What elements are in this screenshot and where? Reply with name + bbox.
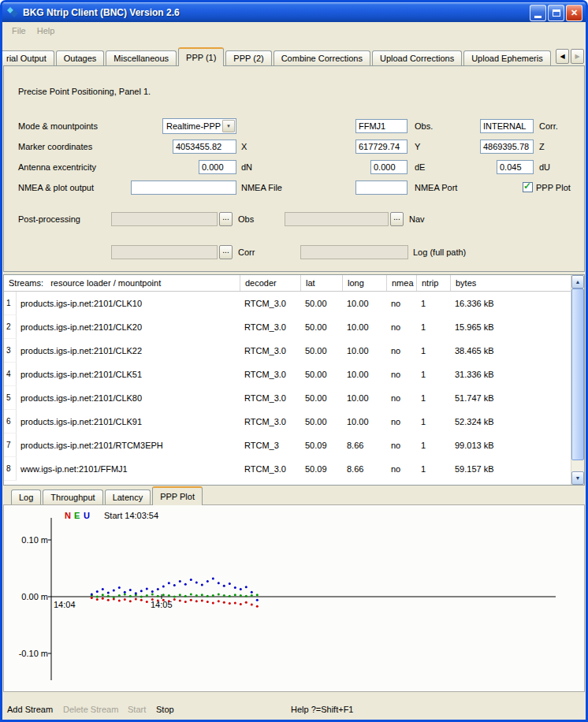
menu-help[interactable]: Help [32,24,61,38]
close-button[interactable]: ✕ [566,5,582,21]
antenna-dn-field[interactable]: 0.000 [199,160,236,174]
marker-x-field[interactable]: 4053455.82 [173,140,236,154]
tab-serial-output[interactable]: rial Output [2,50,54,65]
streams-scrollbar[interactable]: ▲ ▼ [571,275,584,485]
tab-ppp-1[interactable]: PPP (1) [178,47,224,66]
nmea-port-field[interactable] [355,180,408,195]
start-button: Start [128,705,146,714]
tab-ppp-plot[interactable]: PPP Plot [152,486,203,505]
tab-upload-ephemeris[interactable]: Upload Ephemeris [463,50,551,65]
stream-nmea: no [386,386,416,410]
corr-label: Corr. [539,121,558,131]
stream-lat: 50.00 [300,410,342,434]
tab-miscellaneous[interactable]: Miscellaneous [106,50,177,65]
mode-label: Mode & mountpoints [18,121,98,131]
add-stream-button[interactable]: Add Stream [7,705,53,714]
stream-row[interactable]: 6 products.igs-ip.net:2101/CLK91 RTCM_3.… [4,410,571,434]
antenna-de-field[interactable]: 0.000 [370,160,408,174]
tab-throughput[interactable]: Throughput [43,489,102,504]
minimize-button[interactable] [530,5,546,21]
marker-z-field[interactable]: 4869395.78 [480,140,534,154]
col-header-ntrip: ntrip [416,275,450,291]
stream-long: 10.00 [342,363,386,386]
stream-row-number: 3 [4,339,17,363]
stream-lat: 50.09 [300,457,342,481]
stream-row[interactable]: 7 products.igs-ip.net:2101/RTCM3EPH RTCM… [4,434,571,457]
stream-lat: 50.00 [300,315,342,339]
ppp-plot-checkbox[interactable]: ✓ [523,182,533,192]
streams-header: Streams: resource loader / mountpoint de… [4,275,571,292]
stream-decoder: RTCM_3.0 [240,386,300,410]
maximize-button[interactable] [548,5,564,21]
mode-combobox-value: Realtime-PPP [166,121,221,131]
stream-mountpoint: products.igs-ip.net:2101/CLK51 [17,363,240,386]
nmea-file-field[interactable] [131,180,236,195]
stream-row[interactable]: 4 products.igs-ip.net:2101/CLK51 RTCM_3.… [4,363,571,386]
stream-mountpoint: products.igs-ip.net:2101/RTCM3EPH [17,434,240,457]
post-obs-field [111,212,218,226]
scrollbar-thumb[interactable] [571,288,584,460]
stream-long: 8.66 [342,457,386,481]
marker-y-field[interactable]: 617729.74 [355,140,408,154]
stream-decoder: RTCM_3.0 [240,457,300,481]
stream-decoder: RTCM_3 [240,434,300,457]
antenna-du-label: dU [539,162,550,172]
stream-ntrip: 1 [416,457,450,481]
bnc-window: BKG Ntrip Client (BNC) Version 2.6 ✕ Fil… [0,0,588,722]
stream-row[interactable]: 1 products.igs-ip.net:2101/CLK10 RTCM_3.… [4,292,571,315]
arrow-down-icon: ▼ [575,475,581,481]
stream-nmea: no [386,457,416,481]
col-header-nmea: nmea [386,275,416,291]
stream-ntrip: 1 [416,339,450,363]
stream-row[interactable]: 2 products.igs-ip.net:2101/CLK20 RTCM_3.… [4,315,571,339]
tab-latency[interactable]: Latency [105,489,151,504]
bottom-tab-strip: Log Throughput Latency PPP Plot [11,486,204,505]
stream-long: 8.66 [342,434,386,457]
menu-file[interactable]: File [6,24,32,38]
stream-nmea: no [386,292,416,315]
tab-combine-corrections[interactable]: Combine Corrections [274,50,370,65]
post-obs-label: Obs [238,214,254,224]
stream-row[interactable]: 8 www.igs-ip.net:2101/FFMJ1 RTCM_3.0 50.… [4,457,571,481]
stream-long: 10.00 [342,339,386,363]
tab-outages[interactable]: Outages [56,50,105,65]
obs-label: Obs. [415,121,433,131]
streams-table: Streams: resource loader / mountpoint de… [3,274,585,486]
stream-ntrip: 1 [416,363,450,386]
tab-scroll-right-button[interactable]: ▶ [571,49,584,64]
combo-dropdown-button[interactable]: ▼ [222,120,235,132]
post-corr-browse-button[interactable]: ... [219,245,233,259]
tab-scroll-left-button[interactable]: ◀ [556,49,569,64]
scroll-up-button[interactable]: ▲ [571,275,584,288]
tab-log[interactable]: Log [11,489,41,504]
antenna-du-field[interactable]: 0.045 [497,160,534,174]
col-header-long: long [342,275,386,291]
tab-upload-corrections[interactable]: Upload Corrections [372,50,462,65]
post-corr-label: Corr [238,247,255,257]
marker-z-label: Z [539,142,545,151]
scroll-down-button[interactable]: ▼ [571,471,584,485]
marker-x-label: X [241,142,247,151]
post-nav-label: Nav [409,214,425,224]
antenna-de-label: dE [415,162,425,172]
arrow-up-icon: ▲ [575,279,581,285]
post-obs-browse-button[interactable]: ... [219,212,233,226]
stop-button[interactable]: Stop [156,705,174,714]
title-bar: BKG Ntrip Client (BNC) Version 2.6 ✕ [2,2,586,23]
top-tab-strip: rial Output Outages Miscellaneous PPP (1… [2,47,556,66]
stream-nmea: no [386,434,416,457]
stream-row[interactable]: 3 products.igs-ip.net:2101/CLK22 RTCM_3.… [4,339,571,363]
antenna-label: Antenna excentricity [18,162,96,172]
post-log-label: Log (full path) [413,247,466,257]
corr-mountpoint-field[interactable]: INTERNAL [480,119,534,133]
obs-mountpoint-field[interactable]: FFMJ1 [355,119,408,133]
stream-row[interactable]: 5 products.igs-ip.net:2101/CLK80 RTCM_3.… [4,386,571,410]
stream-ntrip: 1 [416,292,450,315]
stream-row-number: 6 [4,410,17,434]
post-nav-browse-button[interactable]: ... [390,212,404,226]
mode-combobox[interactable]: Realtime-PPP ▼ [162,118,236,134]
stream-mountpoint: products.igs-ip.net:2101/CLK22 [17,339,240,363]
nmea-port-label: NMEA Port [415,183,457,192]
tab-ppp-2[interactable]: PPP (2) [225,50,271,65]
stream-lat: 50.00 [300,386,342,410]
